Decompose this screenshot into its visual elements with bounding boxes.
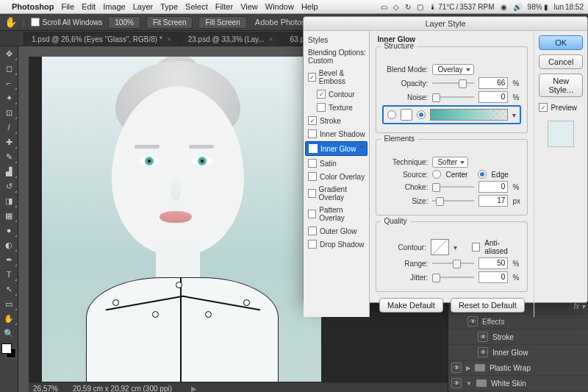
size-field[interactable]: 17: [478, 195, 508, 207]
style-drop-shadow[interactable]: Drop Shadow: [304, 238, 369, 251]
move-tool[interactable]: ✥: [0, 46, 18, 61]
layer-row-white-skin[interactable]: 👁 ▼ White Skin: [448, 376, 588, 391]
opacity-slider[interactable]: [432, 79, 474, 88]
range-slider[interactable]: [432, 259, 474, 268]
source-center-radio[interactable]: [432, 170, 441, 179]
eyedropper-tool[interactable]: /: [0, 120, 18, 135]
style-inner-glow[interactable]: Inner Glow: [305, 141, 368, 156]
jitter-slider[interactable]: [432, 273, 474, 282]
wand-tool[interactable]: ✦: [0, 90, 18, 105]
layer-row-plastic[interactable]: 👁 ▶ Plastic Wrap: [448, 360, 588, 376]
menu-edit[interactable]: Edit: [82, 2, 96, 11]
visibility-icon[interactable]: 👁: [478, 332, 488, 342]
noise-slider[interactable]: [432, 93, 474, 101]
antialias-checkbox[interactable]: [472, 243, 481, 252]
wifi-icon[interactable]: ◉: [501, 3, 507, 11]
contour-picker[interactable]: [431, 239, 449, 255]
close-icon[interactable]: ×: [167, 35, 171, 43]
disclosure-icon[interactable]: ▶: [466, 365, 470, 371]
style-stroke[interactable]: Stroke: [304, 114, 369, 127]
range-field[interactable]: 50: [478, 257, 508, 269]
solid-color-swatch[interactable]: [401, 109, 412, 121]
choke-field[interactable]: 0: [478, 181, 508, 193]
zoom-100-button[interactable]: 100%: [108, 16, 140, 29]
visibility-icon[interactable]: 👁: [467, 316, 478, 327]
shape-tool[interactable]: ▭: [0, 296, 18, 311]
lasso-tool[interactable]: ⌐: [0, 76, 18, 90]
style-contour[interactable]: Contour: [304, 88, 369, 101]
opacity-field[interactable]: 66: [478, 77, 508, 89]
preview-checkbox[interactable]: Preview: [539, 103, 583, 112]
doc-dimensions[interactable]: 20,59 cm x 20,92 cm (300 ppi): [73, 385, 172, 393]
make-default-button[interactable]: Make Default: [379, 298, 443, 313]
technique-select[interactable]: Softer: [432, 157, 468, 168]
disclosure-icon[interactable]: ▼: [466, 380, 472, 387]
hand-tool[interactable]: ✋: [0, 311, 18, 326]
styles-header[interactable]: Styles: [304, 34, 369, 46]
doc-tab-2[interactable]: 23.psd @ 33,3% (Lay...×: [180, 32, 282, 46]
zoom-level[interactable]: 26,57%: [33, 385, 58, 393]
layer-effect-stroke[interactable]: 👁 Stroke: [448, 329, 588, 345]
menu-app[interactable]: Photoshop: [12, 2, 54, 11]
menu-layer[interactable]: Layer: [133, 2, 154, 11]
cancel-button[interactable]: Cancel: [539, 54, 583, 69]
choke-slider[interactable]: [432, 182, 474, 191]
dodge-tool[interactable]: ◐: [0, 238, 18, 252]
jitter-field[interactable]: 0: [478, 271, 508, 283]
brush-tool[interactable]: ✎: [0, 149, 18, 164]
document-canvas[interactable]: [42, 57, 321, 392]
style-gradient-overlay[interactable]: Gradient Overlay: [304, 183, 369, 204]
dropbox-icon[interactable]: ◇: [393, 3, 399, 11]
visibility-icon[interactable]: 👁: [451, 378, 462, 388]
style-pattern-overlay[interactable]: Pattern Overlay: [304, 204, 369, 224]
path-tool[interactable]: ↖: [0, 282, 18, 296]
style-inner-shadow[interactable]: Inner Shadow: [304, 127, 369, 140]
history-brush-tool[interactable]: ↺: [0, 179, 18, 193]
type-tool[interactable]: T: [0, 267, 18, 282]
eraser-tool[interactable]: ◨: [0, 193, 18, 208]
menu-image[interactable]: Image: [103, 2, 126, 11]
gradient-radio[interactable]: [417, 110, 426, 119]
menu-window[interactable]: Window: [265, 2, 294, 11]
style-bevel[interactable]: Bevel & Emboss: [304, 67, 369, 88]
zoom-tool[interactable]: 🔍: [0, 326, 18, 341]
size-slider[interactable]: [432, 196, 474, 205]
visibility-icon[interactable]: 👁: [451, 363, 462, 373]
menu-view[interactable]: View: [240, 2, 258, 11]
stamp-tool[interactable]: ▟: [0, 164, 18, 179]
contour-menu-icon[interactable]: ▾: [453, 243, 457, 252]
gradient-tool[interactable]: ▦: [0, 208, 18, 223]
source-edge-radio[interactable]: [478, 170, 487, 179]
screenshare-icon[interactable]: ▭: [381, 3, 387, 11]
style-outer-glow[interactable]: Outer Glow: [304, 224, 369, 238]
reset-default-button[interactable]: Reset to Default: [451, 298, 525, 313]
scroll-all-checkbox[interactable]: Scroll All Windows: [31, 18, 103, 26]
fill-screen-button[interactable]: Fill Screen: [198, 16, 246, 29]
blending-options-item[interactable]: Blending Options: Custom: [304, 46, 369, 67]
noise-field[interactable]: 0: [478, 91, 508, 103]
gradient-menu-icon[interactable]: ▾: [512, 111, 516, 119]
style-satin[interactable]: Satin: [304, 157, 369, 170]
menu-filter[interactable]: Filter: [215, 2, 233, 11]
ok-button[interactable]: OK: [539, 35, 583, 50]
fit-screen-button[interactable]: Fit Screen: [146, 16, 193, 29]
dialog-title[interactable]: Layer Style: [304, 17, 587, 31]
blend-mode-select[interactable]: Overlay: [432, 64, 473, 75]
menu-help[interactable]: Help: [301, 2, 318, 11]
close-icon[interactable]: ×: [269, 35, 273, 43]
crop-tool[interactable]: ⊡: [0, 105, 18, 120]
color-swatches[interactable]: [0, 343, 18, 366]
style-color-overlay[interactable]: Color Overlay: [304, 170, 369, 183]
menu-type[interactable]: Type: [160, 2, 178, 11]
hand-tool-icon[interactable]: ✋: [4, 16, 17, 28]
visibility-icon[interactable]: 👁: [478, 347, 488, 357]
solid-color-radio[interactable]: [387, 110, 396, 119]
menu-file[interactable]: File: [61, 2, 74, 11]
gradient-picker[interactable]: [430, 109, 508, 121]
sync-icon[interactable]: ↻: [405, 3, 411, 11]
blur-tool[interactable]: ●: [0, 223, 18, 238]
layer-effect-inner-glow[interactable]: 👁 Inner Glow: [448, 345, 588, 360]
menu-select[interactable]: Select: [185, 2, 208, 11]
volume-icon[interactable]: 🔊: [513, 3, 522, 11]
healing-tool[interactable]: ✚: [0, 135, 18, 149]
